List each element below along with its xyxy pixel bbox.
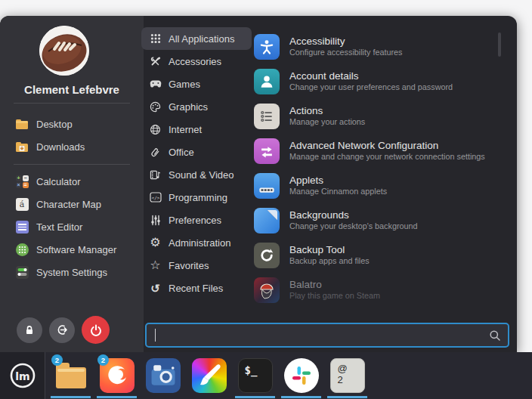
app-balatro[interactable]: BalatroPlay this game on Steam: [254, 273, 509, 308]
menu-button[interactable]: lm: [0, 352, 45, 399]
palette-icon: [149, 101, 162, 113]
app-backgrounds[interactable]: BackgroundsChange your desktop's backgro…: [254, 203, 509, 238]
category-administration[interactable]: ⚙ Administration: [141, 231, 252, 254]
apps-scrollbar[interactable]: [498, 32, 501, 57]
app-name: Advanced Network Configuration: [289, 141, 485, 152]
balatro-icon: [254, 277, 280, 303]
app-name: Backgrounds: [289, 210, 418, 221]
taskbar-character-app[interactable]: @ 2: [324, 352, 370, 399]
separator: [14, 103, 130, 104]
gear-icon: ⚙: [149, 237, 162, 249]
category-programming[interactable]: </> Programming: [141, 186, 252, 209]
category-sound-video[interactable]: Sound & Video: [141, 163, 252, 186]
avatar[interactable]: [39, 26, 89, 76]
film-note-icon: [149, 169, 162, 181]
folder-icon: [15, 117, 29, 131]
logout-button[interactable]: [49, 317, 75, 343]
sidebar-item-label: Character Map: [36, 199, 101, 210]
sidebar-item-calculator[interactable]: + − × = Calculator: [9, 171, 142, 192]
category-label: Accessories: [169, 56, 221, 67]
application-menu: Clement Lefebvre Desktop Downloads + − ×: [0, 16, 517, 352]
category-label: Recent Files: [169, 283, 223, 294]
backgrounds-icon: [254, 208, 280, 234]
category-label: Office: [169, 147, 194, 158]
system-settings-icon: [15, 265, 29, 279]
app-applets[interactable]: AppletsManage Cinnamon applets: [254, 169, 509, 203]
taskbar: lm 2 2 $_: [0, 352, 532, 399]
sidebar-item-label: Calculator: [36, 176, 81, 187]
category-label: All Applications: [169, 33, 234, 45]
power-icon: [89, 323, 103, 337]
window-count-badge: 2: [51, 354, 63, 366]
lock-screen-button[interactable]: [17, 317, 42, 343]
taskbar-slack[interactable]: [278, 352, 324, 399]
app-description: Manage and change your network connectio…: [289, 152, 485, 162]
logout-icon: [56, 323, 69, 336]
session-buttons: [17, 316, 110, 344]
category-accessories[interactable]: Accessories: [141, 50, 252, 73]
app-description: Configure accessibility features: [289, 48, 402, 57]
category-label: Preferences: [169, 215, 221, 226]
sidebar-item-label: Downloads: [36, 141, 85, 153]
paperclip-icon: [149, 147, 162, 158]
category-graphics[interactable]: Graphics: [141, 95, 252, 118]
app-name: Applets: [289, 175, 387, 187]
terminal-icon: $_: [238, 358, 273, 393]
category-label: Programming: [169, 192, 227, 203]
category-preferences[interactable]: Preferences: [141, 209, 252, 231]
app-advanced-network-configuration[interactable]: Advanced Network ConfigurationManage and…: [254, 134, 509, 169]
sidebar-item-label: System Settings: [36, 267, 107, 278]
network-icon: [254, 138, 280, 164]
sidebar-item-system-settings[interactable]: System Settings: [9, 261, 142, 283]
running-indicator: [235, 396, 275, 398]
gamepad-icon: [149, 79, 162, 88]
applets-icon: [254, 173, 280, 199]
category-favorites[interactable]: ☆ Favorites: [141, 254, 252, 277]
app-accessibility[interactable]: AccessibilityConfigure accessibility fea…: [254, 29, 509, 64]
app-description: Play this game on Steam: [289, 291, 380, 301]
category-recent-files[interactable]: ↺ Recent Files: [141, 277, 252, 299]
code-icon: </>: [149, 192, 162, 203]
sidebar-item-character-map[interactable]: á Character Map: [9, 193, 142, 215]
app-account-details[interactable]: Account detailsChange your user preferen…: [254, 64, 509, 99]
category-label: Graphics: [169, 101, 208, 113]
taskbar-screenshot-tool[interactable]: [140, 352, 186, 399]
search-input[interactable]: [145, 323, 509, 348]
text-editor-icon: [15, 220, 29, 234]
category-list: All Applications Accessories Games Graph…: [141, 27, 252, 299]
window-count-badge: 2: [97, 354, 109, 366]
app-description: Change your desktop's background: [289, 221, 418, 231]
menu-sidebar: Clement Lefebvre Desktop Downloads + − ×: [0, 16, 144, 352]
calculator-icon: + − × =: [15, 175, 29, 188]
category-internet[interactable]: Internet: [141, 118, 252, 141]
taskbar-terminal[interactable]: $_: [232, 352, 278, 399]
folder-download-icon: [15, 140, 29, 153]
category-label: Favorites: [169, 260, 209, 271]
application-list: AccessibilityConfigure accessibility fea…: [254, 29, 509, 308]
category-games[interactable]: Games: [141, 73, 252, 95]
shutdown-button[interactable]: [82, 316, 110, 344]
app-description: Manage Cinnamon applets: [289, 187, 387, 196]
taskbar-launchers: 2 2 $_: [48, 352, 370, 399]
running-indicator: [281, 396, 321, 398]
category-all-applications[interactable]: All Applications: [141, 27, 252, 50]
sidebar-item-label: Desktop: [36, 119, 73, 130]
taskbar-firefox[interactable]: 2: [94, 352, 140, 399]
sidebar-item-text-editor[interactable]: Text Editor: [9, 216, 142, 237]
category-office[interactable]: Office: [141, 141, 252, 163]
taskbar-file-manager[interactable]: 2: [48, 352, 94, 399]
character-map-icon: á: [15, 197, 29, 211]
sidebar-item-desktop[interactable]: Desktop: [9, 113, 142, 135]
sidebar-item-software-manager[interactable]: Software Manager: [9, 239, 142, 260]
sidebar-item-label: Text Editor: [36, 221, 82, 233]
category-label: Administration: [169, 237, 230, 249]
app-description: Change your user preferences and passwor…: [289, 82, 453, 92]
app-name: Accessibility: [289, 36, 402, 48]
sidebar-item-downloads[interactable]: Downloads: [9, 136, 142, 157]
app-backup-tool[interactable]: Backup ToolBackup apps and files: [254, 238, 509, 273]
star-icon: ☆: [149, 259, 162, 271]
app-name: Account details: [289, 71, 453, 82]
category-label: Games: [169, 79, 200, 90]
app-actions[interactable]: ActionsManage your actions: [254, 99, 509, 134]
taskbar-paint-app[interactable]: [186, 352, 232, 399]
